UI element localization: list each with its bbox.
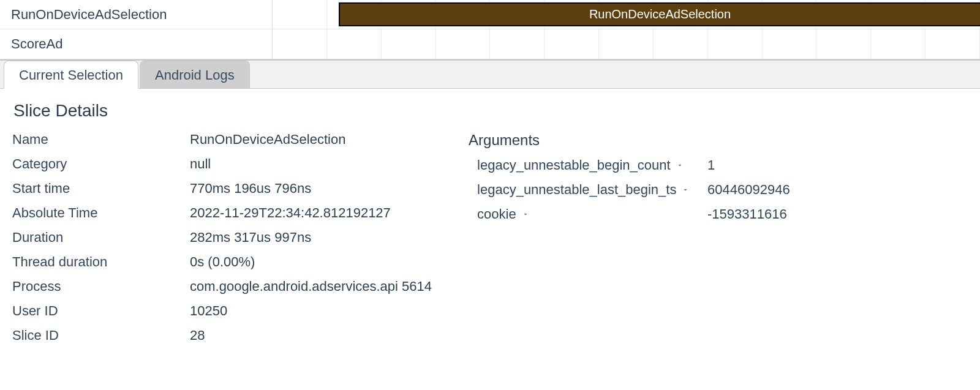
argument-row: legacy_unnestable_last_begin_ts604460929… — [477, 182, 968, 198]
trace-slice[interactable]: RunOnDeviceAdSelection — [339, 2, 980, 26]
detail-field-label: Category — [12, 156, 184, 172]
chevron-down-icon[interactable] — [521, 210, 530, 219]
detail-field-value: 2022-11-29T22:34:42.812192127 — [190, 205, 432, 221]
section-title: Slice Details — [13, 101, 968, 121]
trace-area: RunOnDeviceAdSelection RunOnDeviceAdSele… — [0, 0, 980, 59]
timeline-grid — [273, 29, 980, 59]
detail-field-value: com.google.android.adservices.api 5614 — [190, 279, 432, 294]
details-panel: Slice Details NameRunOnDeviceAdSelection… — [0, 89, 980, 352]
argument-value: 1 — [707, 157, 968, 173]
argument-key-text: legacy_unnestable_last_begin_ts — [477, 182, 676, 198]
trace-slice-label: RunOnDeviceAdSelection — [589, 7, 731, 21]
trace-timeline[interactable] — [273, 29, 980, 59]
argument-row: legacy_unnestable_begin_count1 — [477, 157, 968, 173]
argument-key: cookie — [477, 206, 704, 222]
trace-row-label: ScoreAd — [0, 29, 273, 59]
argument-key: legacy_unnestable_last_begin_ts — [477, 182, 704, 198]
detail-field-value: 770ms 196us 796ns — [190, 181, 432, 197]
slice-details-table: NameRunOnDeviceAdSelectionCategorynullSt… — [12, 132, 432, 343]
arguments-list: legacy_unnestable_begin_count1legacy_unn… — [469, 157, 968, 222]
trace-row-label: RunOnDeviceAdSelection — [0, 0, 273, 29]
tabs-bar: Current Selection Android Logs — [0, 59, 980, 89]
trace-row[interactable]: RunOnDeviceAdSelection RunOnDeviceAdSele… — [0, 0, 980, 29]
argument-key-text: legacy_unnestable_begin_count — [477, 157, 671, 173]
detail-field-value: 28 — [190, 328, 432, 343]
tab-label: Android Logs — [155, 67, 235, 83]
detail-field-value: 10250 — [190, 303, 432, 319]
detail-field-label: Start time — [12, 181, 184, 197]
chevron-down-icon[interactable] — [676, 161, 684, 170]
detail-field-value: 282ms 317us 997ns — [190, 230, 432, 246]
detail-field-label: Name — [12, 132, 184, 148]
detail-field-label: Thread duration — [12, 254, 184, 270]
argument-key-text: cookie — [477, 206, 516, 222]
tab-android-logs[interactable]: Android Logs — [140, 61, 250, 88]
detail-field-value: RunOnDeviceAdSelection — [190, 132, 432, 148]
argument-value: 60446092946 — [707, 182, 968, 198]
trace-timeline[interactable]: RunOnDeviceAdSelection — [273, 0, 980, 29]
arguments-column: Arguments legacy_unnestable_begin_count1… — [469, 132, 968, 343]
trace-row[interactable]: ScoreAd — [0, 29, 980, 59]
argument-value: -1593311616 — [707, 206, 968, 222]
arguments-title: Arguments — [469, 132, 968, 149]
tab-current-selection[interactable]: Current Selection — [4, 61, 138, 89]
argument-key: legacy_unnestable_begin_count — [477, 157, 704, 173]
detail-field-label: Slice ID — [12, 328, 184, 343]
detail-field-label: Absolute Time — [12, 205, 184, 221]
detail-field-label: Duration — [12, 230, 184, 246]
detail-field-value: null — [190, 156, 432, 172]
detail-field-value: 0s (0.00%) — [190, 254, 432, 270]
chevron-down-icon[interactable] — [681, 186, 690, 194]
detail-field-label: User ID — [12, 303, 184, 319]
argument-row: cookie-1593311616 — [477, 206, 968, 222]
tab-label: Current Selection — [19, 67, 123, 83]
detail-field-label: Process — [12, 279, 184, 294]
